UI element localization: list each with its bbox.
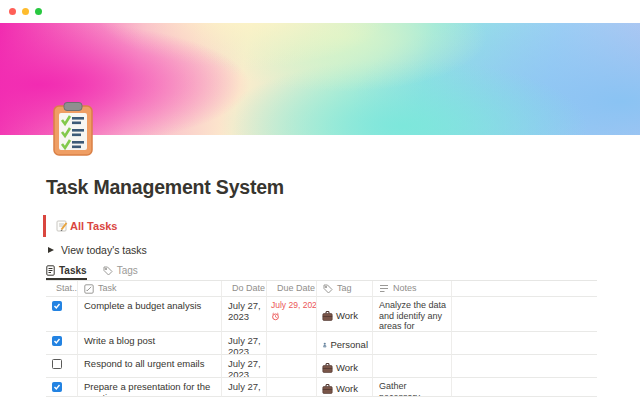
empty-cell[interactable]: [452, 355, 597, 378]
tag-cell[interactable]: Work: [317, 297, 373, 332]
tag-cell[interactable]: Work: [317, 378, 373, 397]
pencil-square-icon: [84, 284, 94, 294]
tag-icon: [103, 266, 113, 276]
bust-in-silhouette-icon: [322, 340, 328, 350]
task-checkbox[interactable]: [52, 336, 62, 346]
column-header-due-date[interactable]: Due Date: [267, 281, 317, 297]
close-window-button[interactable]: [9, 8, 16, 15]
notes-cell[interactable]: [373, 332, 452, 355]
page-cover-image[interactable]: [0, 23, 640, 135]
check-icon: [53, 337, 61, 345]
all-tasks-callout[interactable]: All Tasks: [43, 215, 597, 237]
briefcase-icon: [322, 311, 333, 321]
tag-cell[interactable]: Work: [317, 355, 373, 378]
task-cell[interactable]: Write a blog post: [78, 332, 222, 355]
tab-tags-label: Tags: [117, 265, 138, 276]
task-cell[interactable]: Respond to all urgent emails: [78, 355, 222, 378]
task-checkbox[interactable]: [52, 359, 62, 369]
tab-tasks[interactable]: Tasks: [46, 265, 87, 280]
column-header-task[interactable]: Task: [78, 281, 222, 297]
due-date-cell[interactable]: [267, 355, 317, 378]
table-row: Complete a budget analysis July 27, 2023…: [46, 297, 597, 332]
task-cell[interactable]: Complete a budget analysis: [78, 297, 222, 332]
app-window: Task Management System All Tasks View to…: [0, 0, 640, 400]
status-cell: [46, 355, 78, 378]
alarm-clock-icon: [271, 312, 280, 321]
minimize-window-button[interactable]: [22, 8, 29, 15]
window-titlebar: [0, 0, 640, 23]
do-date-cell[interactable]: July 27, 2023: [222, 297, 267, 332]
page-title: Task Management System: [46, 176, 597, 199]
task-checkbox[interactable]: [52, 301, 62, 311]
column-header-notes[interactable]: Notes: [373, 281, 452, 297]
empty-cell[interactable]: [452, 297, 597, 332]
due-date-cell[interactable]: [267, 332, 317, 355]
notes-cell[interactable]: Gather necessary: [373, 378, 452, 397]
status-cell: [46, 332, 78, 355]
do-date-cell[interactable]: July 27,: [222, 378, 267, 397]
status-cell: [46, 297, 78, 332]
toggle-label: View today's tasks: [61, 244, 147, 256]
column-header-tag[interactable]: Tag: [317, 281, 373, 297]
tab-tags[interactable]: Tags: [103, 265, 138, 280]
document-icon: [46, 265, 55, 276]
briefcase-icon: [322, 363, 333, 373]
table-row: Respond to all urgent emails July 27, 20…: [46, 355, 597, 378]
zoom-window-button[interactable]: [35, 8, 42, 15]
tab-tasks-label: Tasks: [59, 265, 87, 276]
toggle-triangle-icon: [48, 247, 54, 253]
column-header-do-date[interactable]: Do Date: [222, 281, 267, 297]
column-header-status[interactable]: Stat...: [46, 281, 78, 297]
task-checkbox[interactable]: [52, 382, 62, 392]
tag-icon: [323, 284, 333, 294]
column-header-empty[interactable]: [452, 281, 597, 297]
table-row: Prepare a presentation for the meeting J…: [46, 378, 597, 397]
view-tabs: Tasks Tags: [46, 265, 597, 280]
empty-cell[interactable]: [452, 378, 597, 397]
task-cell[interactable]: Prepare a presentation for the meeting: [78, 378, 222, 397]
memo-icon: [56, 220, 68, 232]
notes-cell[interactable]: [373, 355, 452, 378]
text-lines-icon: [379, 284, 389, 293]
due-date-cell[interactable]: July 29, 2023: [267, 297, 317, 332]
empty-cell[interactable]: [452, 332, 597, 355]
status-cell: [46, 378, 78, 397]
table-header-row: Stat... Task Do Date: [46, 281, 597, 297]
do-date-cell[interactable]: July 27, 2023: [222, 355, 267, 378]
tasks-table: Stat... Task Do Date: [46, 280, 597, 397]
check-icon: [53, 302, 61, 310]
callout-label: All Tasks: [70, 220, 118, 232]
tag-cell[interactable]: Personal: [317, 332, 373, 355]
briefcase-icon: [322, 384, 333, 394]
check-icon: [53, 383, 61, 391]
due-date-cell[interactable]: [267, 378, 317, 397]
table-row: Write a blog post July 27, 2023 Personal: [46, 332, 597, 355]
do-date-cell[interactable]: July 27, 2023: [222, 332, 267, 355]
view-today-toggle[interactable]: View today's tasks: [46, 243, 597, 257]
notes-cell[interactable]: Analyze the data and identify any areas …: [373, 297, 452, 332]
